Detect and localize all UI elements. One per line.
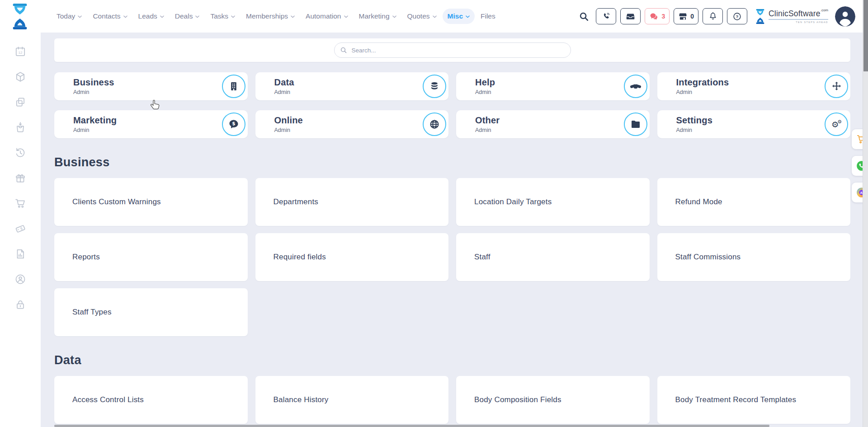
sidebar-lock-icon[interactable] — [14, 299, 26, 310]
help-button[interactable]: ? — [727, 8, 747, 24]
nav-item-contacts[interactable]: Contacts — [88, 9, 132, 24]
category-card-other[interactable]: OtherAdmin — [456, 110, 650, 138]
card-location-daily-targets[interactable]: Location Daily Targets — [456, 178, 650, 226]
category-text: OtherAdmin — [475, 115, 624, 133]
horizontal-scrollbar-thumb[interactable] — [54, 425, 769, 427]
section-card-grid: Access Control ListsBalance HistoryBody … — [54, 376, 850, 424]
notifications-button[interactable] — [703, 8, 723, 24]
building-icon — [222, 75, 245, 98]
search-bar-panel — [54, 38, 850, 62]
nav-item-automation[interactable]: Automation — [301, 9, 353, 24]
category-subtitle: Admin — [475, 127, 624, 133]
nav-item-deals[interactable]: Deals — [170, 9, 205, 24]
category-title: Other — [475, 115, 624, 126]
store-button[interactable]: 0 — [674, 8, 698, 24]
sidebar-gift-icon[interactable] — [14, 172, 26, 184]
category-card-business[interactable]: BusinessAdmin — [54, 72, 248, 100]
svg-text:12: 12 — [18, 51, 23, 55]
nav-item-tasks[interactable]: Tasks — [205, 9, 240, 24]
action-buttons: 30? — [596, 8, 747, 24]
card-clients-custom-warnings[interactable]: Clients Custom Warnings — [54, 178, 248, 226]
category-card-marketing[interactable]: MarketingAdmin$ — [54, 110, 248, 138]
card-refund-mode[interactable]: Refund Mode — [657, 178, 851, 226]
category-text: OnlineAdmin — [274, 115, 423, 133]
chat-button[interactable]: 3 — [645, 8, 670, 24]
brand-hourglass-icon — [755, 9, 765, 24]
sidebar-cart-icon[interactable] — [14, 197, 26, 209]
category-card-settings[interactable]: SettingsAdmin⚙⚙ — [657, 110, 851, 138]
brand-name: ClinicSoftware — [769, 9, 821, 19]
nav-item-marketing[interactable]: Marketing — [354, 9, 401, 24]
sidebar-package-icon[interactable] — [14, 71, 26, 83]
category-text: MarketingAdmin — [73, 115, 222, 133]
category-text: HelpAdmin — [475, 77, 624, 95]
card-balance-history[interactable]: Balance History — [255, 376, 449, 424]
main-content: BusinessAdminDataAdminHelpAdminIntegrati… — [41, 33, 863, 427]
card-staff-commissions[interactable]: Staff Commissions — [657, 233, 851, 281]
card-access-control-lists[interactable]: Access Control Lists — [54, 376, 248, 424]
vertical-scrollbar[interactable] — [863, 0, 868, 427]
card-staff-types[interactable]: Staff Types — [54, 288, 248, 336]
vertical-scrollbar-thumb[interactable] — [863, 0, 868, 71]
sidebar-history-icon[interactable] — [14, 147, 26, 159]
chevron-down-icon — [392, 15, 396, 18]
category-subtitle: Admin — [73, 127, 222, 133]
category-subtitle: Admin — [475, 89, 624, 95]
topbar-actions: 30? ClinicSoftware .com TEN STEPS AHEAD — [579, 6, 855, 27]
nav-item-misc[interactable]: Misc — [443, 9, 475, 24]
sidebar-bag-receive-icon[interactable] — [14, 122, 26, 133]
call-button[interactable] — [596, 8, 616, 24]
category-title: Marketing — [73, 115, 222, 126]
user-avatar[interactable] — [835, 6, 855, 27]
nav-item-quotes[interactable]: Quotes — [402, 9, 442, 24]
category-text: SettingsAdmin — [676, 115, 825, 133]
category-title: Online — [274, 115, 423, 126]
svg-text:?: ? — [736, 14, 739, 19]
nav-item-label: Automation — [306, 12, 341, 20]
card-reports[interactable]: Reports — [54, 233, 248, 281]
category-title: Settings — [676, 115, 825, 126]
brand-tld: .com — [821, 8, 828, 12]
sidebar-price-tag-icon[interactable]: $ — [14, 223, 26, 235]
inbox-button[interactable] — [620, 8, 641, 24]
clinicsoftware-wordmark: ClinicSoftware .com TEN STEPS AHEAD — [755, 9, 828, 24]
nav-item-label: Tasks — [210, 12, 228, 20]
card-body-composition-fields[interactable]: Body Composition Fields — [456, 376, 650, 424]
category-card-online[interactable]: OnlineAdmin — [255, 110, 449, 138]
category-card-integrations[interactable]: IntegrationsAdmin — [657, 72, 851, 100]
nav-item-today[interactable]: Today — [52, 9, 87, 24]
card-departments[interactable]: Departments — [255, 178, 449, 226]
sidebar-report-icon[interactable] — [14, 248, 26, 260]
search-input[interactable] — [334, 42, 571, 58]
category-subtitle: Admin — [676, 127, 825, 133]
nav-item-label: Misc — [448, 12, 463, 20]
sidebar-layers-icon[interactable] — [14, 96, 26, 108]
search-icon[interactable] — [579, 11, 589, 22]
category-subtitle: Admin — [274, 89, 423, 95]
card-staff[interactable]: Staff — [456, 233, 650, 281]
chevron-down-icon — [78, 15, 82, 18]
category-subtitle: Admin — [274, 127, 423, 133]
card-required-fields[interactable]: Required fields — [255, 233, 449, 281]
chat-icon — [649, 12, 659, 21]
card-body-treatment-record-templates[interactable]: Body Treatment Record Templates — [657, 376, 851, 424]
category-card-data[interactable]: DataAdmin — [255, 72, 449, 100]
nav-item-files[interactable]: Files — [476, 9, 500, 24]
main-menu: TodayContactsLeadsDealsTasksMembershipsA… — [52, 9, 500, 24]
store-icon — [678, 12, 688, 21]
clinicsoftware-logo-icon[interactable] — [11, 4, 29, 29]
chevron-down-icon — [160, 15, 164, 18]
sidebar-user-circle-icon[interactable] — [14, 273, 26, 285]
sidebar-calendar-12-icon[interactable]: 12 — [14, 46, 26, 57]
nav-item-leads[interactable]: Leads — [133, 9, 169, 24]
nav-item-label: Marketing — [359, 12, 390, 20]
app-root: { "nav": { "items": [ {"label":"Today","… — [0, 0, 868, 427]
sections: BusinessClients Custom WarningsDepartmen… — [54, 155, 850, 424]
brand-tagline: TEN STEPS AHEAD — [796, 21, 828, 23]
search-input-icon — [340, 47, 347, 54]
top-navigation-bar: TodayContactsLeadsDealsTasksMembershipsA… — [0, 0, 868, 33]
nav-item-memberships[interactable]: Memberships — [241, 9, 300, 24]
category-card-help[interactable]: HelpAdmin — [456, 72, 650, 100]
nav-item-label: Files — [481, 12, 495, 20]
category-text: IntegrationsAdmin — [676, 77, 825, 95]
